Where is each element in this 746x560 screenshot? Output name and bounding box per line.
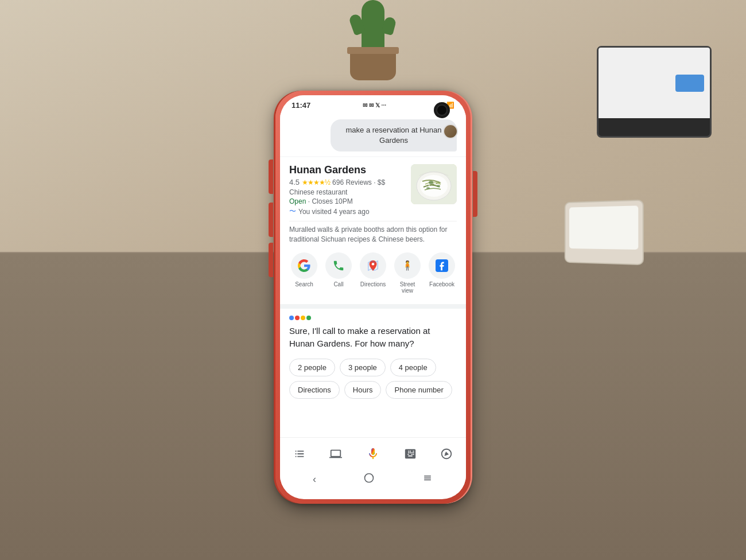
food-svg <box>411 164 457 204</box>
visited-info: 〜 You visited 4 years ago <box>289 207 405 216</box>
restaurant-name: Hunan Gardens <box>289 164 405 176</box>
food-photo <box>411 164 457 204</box>
facebook-icon[interactable] <box>429 252 455 279</box>
user-avatar <box>443 124 458 139</box>
screen-share-icon[interactable] <box>325 444 346 464</box>
restaurant-image <box>411 164 457 204</box>
reviews-count: 696 Reviews · $$ <box>332 178 385 186</box>
directions-action-label: Directions <box>360 281 386 287</box>
phone-screen: 11:47 ✉ ✉ 𝕏 ··· ⚡📶 make a reservation at… <box>280 95 466 499</box>
cactus-arm-right <box>381 16 397 36</box>
restaurant-info: Hunan Gardens 4.5 ★★★★½ 696 Reviews · $$… <box>289 164 405 216</box>
restaurant-hours: Open · Closes 10PM <box>289 197 405 205</box>
directions-action-btn[interactable]: Directions <box>358 252 388 294</box>
section-divider <box>280 304 466 309</box>
restaurant-description: Muralled walls & private booths adorn th… <box>289 221 457 244</box>
facebook-action-btn[interactable]: Facebook <box>427 252 457 294</box>
streetview-action-btn[interactable]: 🧍 Streetview <box>393 252 422 294</box>
svg-point-4 <box>437 185 440 187</box>
rating-number: 4.5 <box>289 178 300 186</box>
cactus-pot <box>350 52 396 80</box>
call-icon[interactable] <box>325 252 352 279</box>
chip-phone-number[interactable]: Phone number <box>386 381 452 399</box>
search-action-label: Search <box>295 281 313 287</box>
stars-icon: ★★★★½ <box>302 178 330 186</box>
restaurant-rating: 4.5 ★★★★½ 696 Reviews · $$ <box>289 178 405 186</box>
smart-display <box>565 200 644 266</box>
monitor-screen <box>599 48 710 118</box>
dot-red <box>295 316 300 320</box>
chip-directions[interactable]: Directions <box>289 381 340 399</box>
microphone-button[interactable] <box>362 442 384 465</box>
background-monitor <box>597 46 712 138</box>
phone-device: 11:47 ✉ ✉ 𝕏 ··· ⚡📶 make a reservation at… <box>275 91 471 504</box>
restaurant-header: Hunan Gardens 4.5 ★★★★½ 696 Reviews · $$… <box>289 164 457 216</box>
chip-4-people[interactable]: 4 people <box>390 359 436 376</box>
status-icons-left: ✉ ✉ 𝕏 ··· <box>363 102 386 108</box>
assistant-header <box>289 316 457 320</box>
cactus-decoration <box>350 0 396 80</box>
chat-area: make a reservation at Hunan Gardens <box>280 112 466 156</box>
chips-row-2: Directions Hours Phone number <box>289 381 457 399</box>
open-status: Open <box>289 197 306 205</box>
directions-icon[interactable] <box>360 252 386 279</box>
action-buttons-row: Search Call <box>289 249 457 297</box>
input-bar <box>289 442 457 465</box>
cactus-body <box>362 0 384 52</box>
svg-point-8 <box>372 263 375 266</box>
front-camera <box>434 102 450 118</box>
call-action-label: Call <box>333 281 343 287</box>
dot-yellow <box>301 316 305 320</box>
keyboard-icon[interactable] <box>400 444 421 464</box>
dot-green <box>306 316 311 320</box>
assistant-response-section: Sure, I'll call to make a reservation at… <box>280 309 466 437</box>
streetview-icon[interactable]: 🧍 <box>394 252 421 279</box>
back-button[interactable]: ‹ <box>313 473 316 485</box>
closing-time: Closes 10PM <box>312 197 352 205</box>
visited-text: You visited 4 years ago <box>298 208 370 216</box>
svg-point-7 <box>429 185 430 187</box>
dot-blue <box>289 316 294 320</box>
google-assistant-logo <box>289 316 311 320</box>
streetview-action-label: Streetview <box>400 281 415 294</box>
restaurant-card: Hunan Gardens 4.5 ★★★★½ 696 Reviews · $$… <box>280 157 466 304</box>
navigation-bar: ‹ <box>289 470 457 489</box>
user-message-bubble: make a reservation at Hunan Gardens <box>331 119 457 151</box>
phone-chassis: 11:47 ✉ ✉ 𝕏 ··· ⚡📶 make a reservation at… <box>275 91 471 504</box>
recents-button[interactable] <box>422 472 433 487</box>
status-time: 11:47 <box>292 101 310 110</box>
bottom-bar: ‹ <box>280 437 466 493</box>
call-action-btn[interactable]: Call <box>324 252 353 294</box>
attachment-icon[interactable] <box>289 444 310 464</box>
chips-row-1: 2 people 3 people 4 people <box>289 359 457 376</box>
facebook-action-label: Facebook <box>429 281 454 287</box>
monitor-content <box>675 75 704 92</box>
svg-point-3 <box>429 181 433 184</box>
svg-point-5 <box>426 187 430 189</box>
restaurant-type: Chinese restaurant <box>289 188 405 196</box>
search-icon[interactable] <box>291 252 317 279</box>
svg-point-6 <box>434 182 436 185</box>
home-button[interactable] <box>363 472 375 487</box>
svg-point-10 <box>365 474 374 483</box>
trend-icon: 〜 <box>289 207 296 216</box>
chip-3-people[interactable]: 3 people <box>340 359 386 376</box>
smart-display-screen <box>569 205 639 250</box>
compass-icon[interactable] <box>436 444 457 464</box>
cactus-arm-left <box>348 13 366 36</box>
assistant-text: Sure, I'll call to make a reservation at… <box>289 325 457 351</box>
chip-2-people[interactable]: 2 people <box>289 359 335 376</box>
search-action-btn[interactable]: Search <box>289 252 319 294</box>
assistant-content: make a reservation at Hunan Gardens Huna… <box>280 112 466 493</box>
chip-hours[interactable]: Hours <box>344 381 382 399</box>
svg-point-2 <box>420 175 448 197</box>
